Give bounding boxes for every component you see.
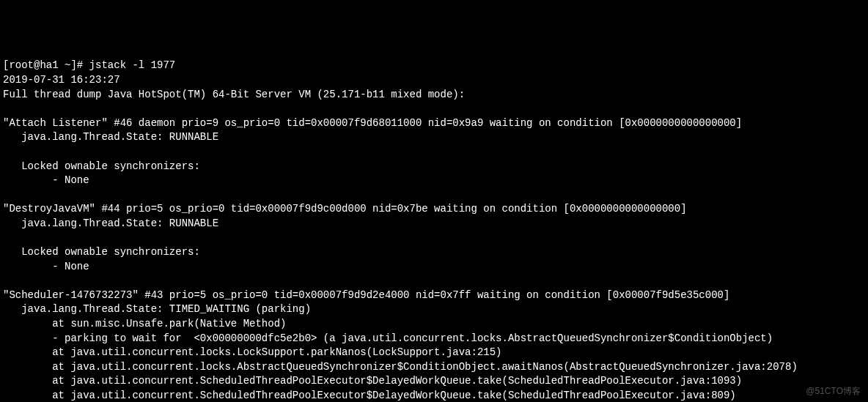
terminal-line: at java.util.concurrent.locks.AbstractQu… (3, 361, 798, 373)
watermark-text: @51CTO博客 (806, 385, 861, 398)
terminal-line: "DestroyJavaVM" #44 prio=5 os_prio=0 tid… (3, 203, 687, 215)
terminal-line: at java.util.concurrent.ScheduledThreadP… (3, 390, 736, 401)
terminal-line: at java.util.concurrent.locks.LockSuppor… (3, 346, 502, 358)
terminal-line: java.lang.Thread.State: RUNNABLE (3, 131, 218, 143)
terminal-output: [root@ha1 ~]# jstack -l 1977 2019-07-31 … (3, 59, 865, 402)
terminal-line: at sun.misc.Unsafe.park(Native Method) (3, 318, 286, 330)
terminal-line: at java.util.concurrent.ScheduledThreadP… (3, 375, 742, 387)
terminal-line: - None (3, 174, 89, 186)
terminal-line: Locked ownable synchronizers: (3, 246, 200, 258)
terminal-line: java.lang.Thread.State: TIMED_WAITING (p… (3, 303, 311, 315)
terminal-line: "Attach Listener" #46 daemon prio=9 os_p… (3, 117, 742, 129)
terminal-line: Locked ownable synchronizers: (3, 160, 200, 172)
terminal-line: "Scheduler-1476732273" #43 prio=5 os_pri… (3, 289, 729, 301)
terminal-line: java.lang.Thread.State: RUNNABLE (3, 217, 218, 229)
terminal-line: Full thread dump Java HotSpot(TM) 64-Bit… (3, 89, 465, 100)
terminal-line: [root@ha1 ~]# jstack -l 1977 (3, 59, 175, 71)
terminal-line: 2019-07-31 16:23:27 (3, 74, 120, 86)
terminal-line: - parking to wait for <0x00000000dfc5e2b… (3, 332, 773, 344)
terminal-line: - None (3, 261, 89, 272)
